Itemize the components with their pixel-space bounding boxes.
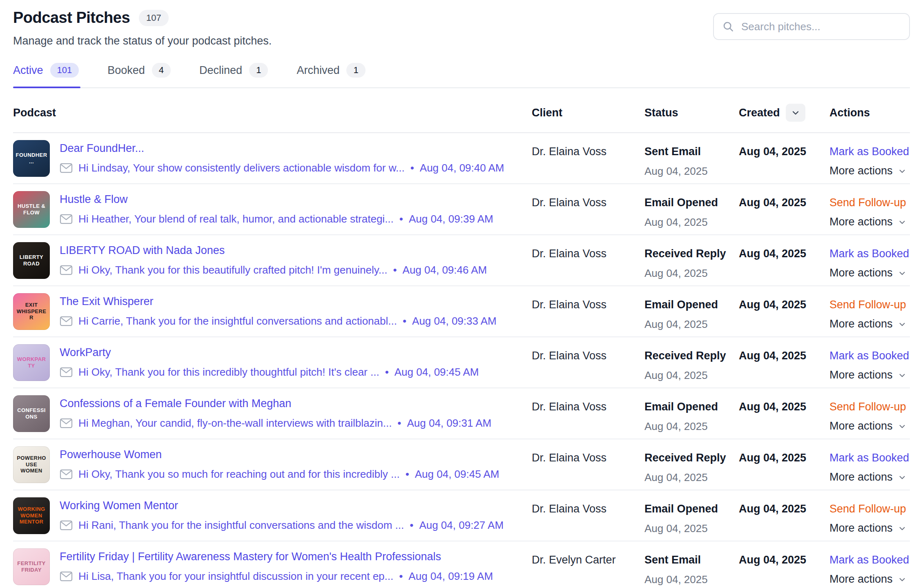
more-actions-button[interactable]: More actions <box>829 165 907 177</box>
more-actions-button[interactable]: More actions <box>829 267 907 279</box>
pitch-snippet-link[interactable]: Hi Rani, Thank you for the insightful co… <box>60 519 504 532</box>
primary-action-link[interactable]: Send Follow-up <box>829 503 906 515</box>
created-date: Aug 04, 2025 <box>739 388 829 439</box>
podcast-name-link[interactable]: Fertility Friday | Fertility Awareness M… <box>60 550 493 563</box>
pitch-snippet-link[interactable]: Hi Lisa, Thank you for your insightful d… <box>60 570 493 583</box>
snippet-timestamp: Aug 04, 09:45 AM <box>415 468 499 481</box>
envelope-icon <box>60 367 73 378</box>
snippet-text: Hi Oky, Thank you for this incredibly th… <box>78 366 379 379</box>
primary-action-link[interactable]: Mark as Booked <box>829 554 909 566</box>
table-row: Hustle & Flow Hustle & Flow Hi Heather, … <box>13 184 910 235</box>
table-row: POWERHOUSE WOMEN Powerhouse Women Hi Oky… <box>13 439 910 490</box>
pitch-snippet-link[interactable]: Hi Oky, Thank you for this incredibly th… <box>60 366 479 379</box>
podcast-artwork[interactable]: FoundHer... <box>13 140 50 177</box>
client-name: Dr. Elaina Voss <box>532 286 644 336</box>
more-actions-button[interactable]: More actions <box>829 471 907 483</box>
sort-created-button[interactable] <box>786 104 805 122</box>
tab-count-badge: 101 <box>50 63 79 78</box>
search-box[interactable] <box>713 13 910 40</box>
status-text: Received Reply <box>644 350 739 362</box>
tab-active[interactable]: Active 101 <box>13 63 80 87</box>
page-header: Podcast Pitches 107 Manage and track the… <box>13 0 910 47</box>
podcast-artwork-label: WorkParty <box>13 354 50 371</box>
more-actions-button[interactable]: More actions <box>829 369 907 381</box>
podcast-artwork[interactable]: WORKING WOMEN MENTOR <box>13 497 50 534</box>
podcast-name-link[interactable]: Dear FoundHer... <box>60 142 504 155</box>
tab-archived[interactable]: Archived 1 <box>297 63 367 87</box>
chevron-down-icon <box>898 422 907 431</box>
tab-declined[interactable]: Declined 1 <box>199 63 270 87</box>
chevron-down-icon <box>898 218 907 227</box>
dot-separator: • <box>397 417 401 430</box>
more-actions-label: More actions <box>829 318 893 330</box>
primary-action-link[interactable]: Mark as Booked <box>829 350 909 362</box>
podcast-artwork[interactable]: WorkParty <box>13 344 50 381</box>
snippet-timestamp: Aug 04, 09:27 AM <box>419 519 504 532</box>
snippet-timestamp: Aug 04, 09:40 AM <box>420 162 504 174</box>
podcast-name-link[interactable]: Powerhouse Women <box>60 448 499 461</box>
podcast-name-link[interactable]: Confessions of a Female Founder with Meg… <box>60 397 491 410</box>
podcast-artwork[interactable]: Hustle & Flow <box>13 191 50 228</box>
tab-label: Declined <box>199 64 242 77</box>
podcast-artwork[interactable]: Fertility Friday <box>13 548 50 585</box>
chevron-down-icon <box>898 320 907 329</box>
total-count-badge: 107 <box>139 10 169 26</box>
primary-action-link[interactable]: Send Follow-up <box>829 196 906 209</box>
podcast-name-link[interactable]: LIBERTY ROAD with Nada Jones <box>60 244 487 257</box>
podcast-name-link[interactable]: WorkParty <box>60 346 479 359</box>
pitch-snippet-link[interactable]: Hi Carrie, Thank you for the insightful … <box>60 315 497 327</box>
created-date: Aug 04, 2025 <box>739 337 829 388</box>
primary-action-link[interactable]: Mark as Booked <box>829 247 909 260</box>
more-actions-label: More actions <box>829 573 893 586</box>
podcast-artwork-label: WORKING WOMEN MENTOR <box>13 503 50 528</box>
status-date: Aug 04, 2025 <box>644 369 739 382</box>
more-actions-label: More actions <box>829 267 893 279</box>
more-actions-button[interactable]: More actions <box>829 216 907 228</box>
primary-action-link[interactable]: Send Follow-up <box>829 401 906 413</box>
podcast-name-link[interactable]: Working Women Mentor <box>60 499 504 512</box>
pitch-snippet-link[interactable]: Hi Oky, Thank you for this beautifully c… <box>60 264 487 276</box>
more-actions-button[interactable]: More actions <box>829 522 907 535</box>
status-date: Aug 04, 2025 <box>644 573 739 586</box>
podcast-artwork-label: CONFESSIONS <box>13 405 50 422</box>
tab-bar: Active 101 Booked 4 Declined 1 Archived … <box>13 63 910 88</box>
snippet-timestamp: Aug 04, 09:33 AM <box>412 315 497 327</box>
table-row: Fertility Friday Fertility Friday | Fert… <box>13 541 910 588</box>
primary-action-link[interactable]: Mark as Booked <box>829 145 909 158</box>
pitch-snippet-link[interactable]: Hi Heather, Your blend of real talk, hum… <box>60 213 493 225</box>
podcast-name-link[interactable]: Hustle & Flow <box>60 193 493 206</box>
snippet-text: Hi Oky, Thank you for this beautifully c… <box>78 264 387 276</box>
more-actions-label: More actions <box>829 420 893 432</box>
primary-action-link[interactable]: Send Follow-up <box>829 298 906 311</box>
dot-separator: • <box>399 570 403 583</box>
status-text: Sent Email <box>644 145 739 158</box>
search-input[interactable] <box>740 20 901 33</box>
pitch-snippet-link[interactable]: Hi Oky, Thank you so much for reaching o… <box>60 468 499 481</box>
snippet-text: Hi Carrie, Thank you for the insightful … <box>78 315 397 327</box>
more-actions-button[interactable]: More actions <box>829 420 907 432</box>
pitch-snippet-link[interactable]: Hi Lindsay, Your show consistently deliv… <box>60 162 504 174</box>
dot-separator: • <box>393 264 397 276</box>
podcast-artwork[interactable]: CONFESSIONS <box>13 395 50 432</box>
podcast-artwork[interactable]: LIBERTY ROAD <box>13 242 50 279</box>
column-header-created: Created <box>739 104 829 122</box>
podcast-name-link[interactable]: The Exit Whisperer <box>60 295 497 308</box>
envelope-icon <box>60 520 73 531</box>
podcast-artwork[interactable]: EXIT Whisperer <box>13 293 50 330</box>
more-actions-label: More actions <box>829 165 893 177</box>
envelope-icon <box>60 316 73 327</box>
tab-booked[interactable]: Booked 4 <box>107 63 172 87</box>
column-header-actions: Actions <box>829 107 910 119</box>
more-actions-button[interactable]: More actions <box>829 573 907 586</box>
created-date: Aug 04, 2025 <box>739 541 829 588</box>
pitch-snippet-link[interactable]: Hi Meghan, Your candid, fly-on-the-wall … <box>60 417 491 430</box>
podcast-artwork[interactable]: POWERHOUSE WOMEN <box>13 446 50 483</box>
more-actions-label: More actions <box>829 369 893 381</box>
more-actions-button[interactable]: More actions <box>829 318 907 330</box>
podcast-artwork-label: Fertility Friday <box>13 558 50 575</box>
status-date: Aug 04, 2025 <box>644 420 739 433</box>
tab-label: Booked <box>107 64 145 77</box>
primary-action-link[interactable]: Mark as Booked <box>829 452 909 464</box>
client-name: Dr. Elaina Voss <box>532 439 644 490</box>
client-name: Dr. Elaina Voss <box>532 235 644 285</box>
